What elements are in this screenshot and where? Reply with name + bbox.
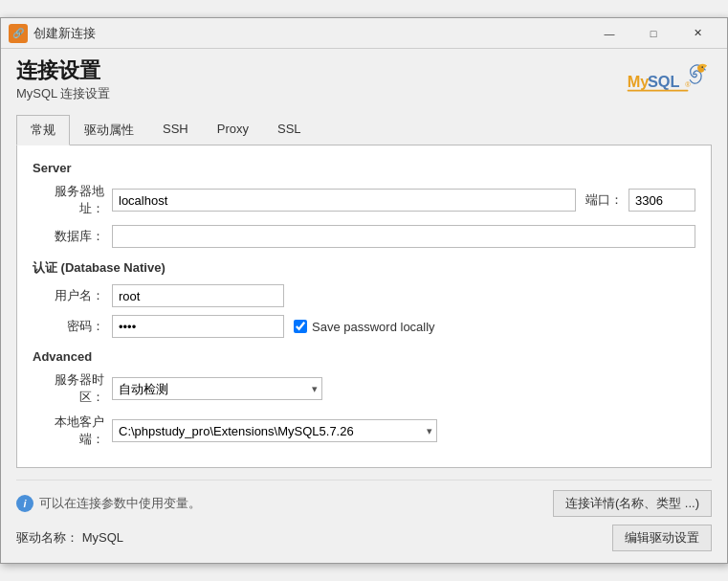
tab-driver[interactable]: 驱动属性	[70, 115, 148, 145]
footer-info-left: i 可以在连接参数中使用变量。	[16, 495, 201, 512]
mysql-logo: My SQL ®	[616, 58, 712, 106]
password-row: 密码： Save password locally	[33, 315, 695, 338]
close-button[interactable]: ✕	[675, 18, 719, 49]
tab-general[interactable]: 常规	[16, 115, 70, 145]
timezone-select-wrapper: 自动检测 UTC Asia/Shanghai	[112, 377, 322, 400]
timezone-select[interactable]: 自动检测 UTC Asia/Shanghai	[112, 377, 322, 400]
save-password-row: Save password locally	[294, 320, 435, 334]
tabs-container: 常规 驱动属性 SSH Proxy SSL	[16, 114, 712, 145]
page-header: 连接设置 MySQL 连接设置 My SQL ®	[16, 58, 712, 106]
info-icon: i	[16, 495, 33, 512]
title-bar: 🔗 创建新连接 — □ ✕	[1, 18, 727, 49]
page-title: 连接设置	[16, 58, 110, 83]
advanced-section: Advanced 服务器时区： 自动检测 UTC Asia/Shanghai 本…	[33, 349, 695, 448]
timezone-label: 服务器时区：	[33, 371, 104, 406]
footer-info-text: 可以在连接参数中使用变量。	[39, 495, 201, 512]
username-input[interactable]	[112, 284, 284, 307]
username-row: 用户名：	[33, 284, 695, 307]
timezone-row: 服务器时区： 自动检测 UTC Asia/Shanghai	[33, 371, 695, 406]
port-input[interactable]	[629, 189, 695, 212]
username-label: 用户名：	[33, 287, 104, 304]
password-input[interactable]	[112, 315, 284, 338]
tab-ssl[interactable]: SSL	[263, 115, 316, 145]
svg-point-1	[701, 66, 703, 68]
footer-area: i 可以在连接参数中使用变量。 连接详情(名称、类型 ...) 驱动名称： My…	[16, 480, 712, 551]
auth-section: 认证 (Database Native) 用户名： 密码： Save passw…	[33, 259, 695, 338]
connection-details-button[interactable]: 连接详情(名称、类型 ...)	[553, 490, 712, 517]
client-label: 本地客户端：	[33, 413, 104, 448]
auth-section-title: 认证 (Database Native)	[33, 259, 695, 277]
content-area: 连接设置 MySQL 连接设置 My SQL ®	[1, 49, 727, 563]
client-row: 本地客户端： C:\phpstudy_pro\Extensions\MySQL5…	[33, 413, 695, 448]
db-row: 数据库：	[33, 225, 695, 248]
password-label: 密码：	[33, 318, 104, 335]
svg-rect-5	[628, 89, 689, 91]
minimize-button[interactable]: —	[587, 18, 631, 49]
main-window: 🔗 创建新连接 — □ ✕ 连接设置 MySQL 连接设置	[0, 17, 728, 564]
tab-proxy[interactable]: Proxy	[203, 115, 263, 145]
main-panel: Server 服务器地址： 端口： 数据库： 认证 (Database Nati…	[16, 145, 712, 468]
db-label: 数据库：	[33, 228, 104, 245]
window-title: 创建新连接	[33, 25, 587, 42]
tab-ssh[interactable]: SSH	[148, 115, 203, 145]
host-input[interactable]	[112, 189, 576, 212]
port-label: 端口：	[585, 191, 623, 209]
host-row: 服务器地址： 端口：	[33, 183, 695, 217]
footer-info-row: i 可以在连接参数中使用变量。 连接详情(名称、类型 ...)	[16, 490, 712, 517]
advanced-section-title: Advanced	[33, 349, 695, 364]
save-password-label[interactable]: Save password locally	[294, 320, 435, 334]
client-select[interactable]: C:\phpstudy_pro\Extensions\MySQL5.7.26	[112, 419, 437, 442]
driver-text: 驱动名称： MySQL	[16, 529, 123, 547]
save-password-checkbox[interactable]	[294, 320, 307, 333]
db-input[interactable]	[112, 225, 695, 248]
svg-text:SQL: SQL	[648, 73, 680, 90]
page-subtitle: MySQL 连接设置	[16, 85, 110, 102]
window-controls: — □ ✕	[587, 18, 719, 49]
server-section-title: Server	[33, 161, 695, 175]
edit-driver-button[interactable]: 编辑驱动设置	[612, 525, 712, 551]
host-label: 服务器地址：	[33, 183, 104, 217]
svg-text:My: My	[628, 73, 651, 90]
maximize-button[interactable]: □	[631, 18, 675, 49]
client-select-wrapper: C:\phpstudy_pro\Extensions\MySQL5.7.26	[112, 419, 437, 442]
svg-text:®: ®	[685, 80, 691, 89]
footer-driver-row: 驱动名称： MySQL 编辑驱动设置	[16, 525, 712, 551]
window-icon: 🔗	[9, 24, 28, 43]
